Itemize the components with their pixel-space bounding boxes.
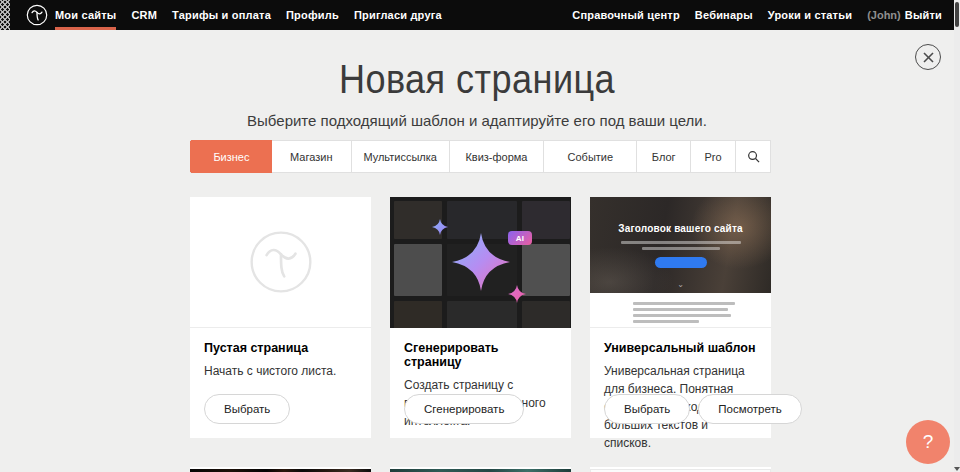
preview-universal-button[interactable]: Посмотреть bbox=[698, 394, 801, 424]
placeholder-text-line bbox=[633, 308, 727, 311]
card-buttons: Выбрать bbox=[204, 394, 290, 424]
page-subtitle: Выберите подходящий шаблон и адаптируйте… bbox=[0, 112, 954, 129]
template-cta-button bbox=[655, 257, 707, 268]
template-card-partial[interactable] bbox=[590, 467, 771, 472]
universal-template-preview: Заголовок вашего сайта ⌄ bbox=[590, 197, 771, 328]
card-title: Пустая страница bbox=[204, 341, 357, 355]
tab-blog[interactable]: Блог bbox=[637, 141, 691, 172]
card-buttons: Выбрать Посмотреть bbox=[604, 394, 802, 424]
template-hero-section: Заголовок вашего сайта ⌄ bbox=[590, 197, 771, 293]
choose-universal-button[interactable]: Выбрать bbox=[604, 394, 690, 424]
template-card-ai-generate[interactable]: AI Сгенерировать страницу Создать страни… bbox=[390, 197, 571, 438]
template-card-partial[interactable] bbox=[390, 467, 571, 472]
nav-logout-link[interactable]: Выйти bbox=[905, 0, 942, 30]
placeholder-text-line bbox=[621, 241, 741, 244]
scrollbar-down-arrow[interactable] bbox=[954, 467, 960, 471]
tilda-logo-icon[interactable] bbox=[26, 4, 48, 26]
search-tab[interactable] bbox=[736, 141, 770, 172]
tab-multilink[interactable]: Мультиссылка bbox=[352, 141, 450, 172]
ai-badge: AI bbox=[508, 231, 532, 245]
nav-item-crm[interactable]: CRM bbox=[131, 0, 157, 30]
app-screen: Мои сайты CRM Тарифы и оплата Профиль Пр… bbox=[0, 0, 960, 472]
close-modal-button[interactable] bbox=[915, 44, 941, 70]
nav-item-lessons-articles[interactable]: Уроки и статьи bbox=[768, 0, 852, 30]
ai-sparkle-icon: AI bbox=[390, 197, 571, 328]
card-title: Сгенерировать страницу bbox=[404, 341, 557, 369]
chevron-down-icon: ⌄ bbox=[677, 281, 684, 289]
nav-item-my-sites[interactable]: Мои сайты bbox=[55, 0, 116, 30]
card-info: Пустая страница Начать с чистого листа. … bbox=[190, 328, 371, 438]
nav-item-invite-friend[interactable]: Пригласи друга bbox=[354, 0, 442, 30]
card-description: Начать с чистого листа. bbox=[204, 362, 357, 380]
page-scrollbar[interactable] bbox=[954, 0, 960, 472]
blank-page-preview bbox=[190, 197, 371, 328]
template-text-section bbox=[590, 293, 771, 328]
nav-item-plans-payment[interactable]: Тарифы и оплата bbox=[172, 0, 271, 30]
tab-quiz-form[interactable]: Квиз-форма bbox=[450, 141, 545, 172]
nav-item-help-center[interactable]: Справочный центр bbox=[572, 0, 680, 30]
card-info: Универсальный шаблон Универсальная стран… bbox=[590, 328, 771, 438]
next-row-template-cards bbox=[190, 467, 771, 472]
template-card-blank-page[interactable]: Пустая страница Начать с чистого листа. … bbox=[190, 197, 371, 438]
question-mark-icon: ? bbox=[923, 431, 934, 453]
template-hero-heading: Заголовок вашего сайта bbox=[590, 223, 771, 234]
placeholder-text-line bbox=[633, 302, 734, 305]
tilda-logo-watermark-icon bbox=[249, 230, 313, 294]
card-buttons: Сгенерировать bbox=[404, 394, 524, 424]
card-title: Универсальный шаблон bbox=[604, 341, 757, 355]
page-title: Новая страница bbox=[57, 56, 897, 103]
nav-left-menu: Мои сайты CRM Тарифы и оплата Профиль Пр… bbox=[55, 0, 442, 30]
scrollbar-thumb[interactable] bbox=[955, 2, 959, 27]
tab-pro[interactable]: Pro bbox=[691, 141, 736, 172]
nav-item-profile[interactable]: Профиль bbox=[286, 0, 339, 30]
top-navigation-bar: Мои сайты CRM Тарифы и оплата Профиль Пр… bbox=[0, 0, 954, 30]
help-button[interactable]: ? bbox=[906, 420, 950, 464]
template-cards-row: Пустая страница Начать с чистого листа. … bbox=[190, 197, 771, 438]
ai-generate-preview: AI bbox=[390, 197, 571, 328]
left-edge-texture bbox=[0, 0, 10, 30]
close-icon bbox=[923, 52, 934, 63]
placeholder-text-line bbox=[642, 247, 720, 250]
placeholder-text-line bbox=[633, 314, 731, 317]
tab-shop[interactable]: Магазин bbox=[272, 141, 352, 172]
nav-user-name: (John) bbox=[867, 9, 901, 21]
nav-right-menu: Справочный центр Вебинары Уроки и статьи… bbox=[572, 0, 942, 30]
card-info: Сгенерировать страницу Создать страницу … bbox=[390, 328, 571, 438]
template-category-tabs: Бизнес Магазин Мультиссылка Квиз-форма С… bbox=[190, 140, 771, 173]
tab-business[interactable]: Бизнес bbox=[191, 141, 272, 172]
choose-blank-button[interactable]: Выбрать bbox=[204, 394, 290, 424]
search-icon bbox=[747, 150, 760, 163]
placeholder-text-line bbox=[633, 320, 698, 323]
tab-event[interactable]: Событие bbox=[544, 141, 637, 172]
generate-button[interactable]: Сгенерировать bbox=[404, 394, 524, 424]
nav-item-webinars[interactable]: Вебинары bbox=[695, 0, 753, 30]
template-card-partial[interactable] bbox=[190, 467, 371, 472]
template-card-universal[interactable]: Заголовок вашего сайта ⌄ Универсальный ш… bbox=[590, 197, 771, 438]
